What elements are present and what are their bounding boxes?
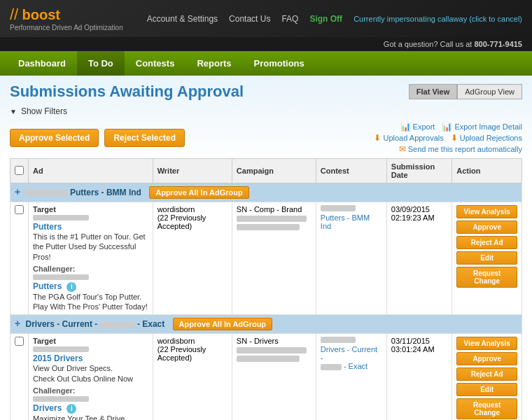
nav-faq[interactable]: FAQ bbox=[281, 14, 298, 24]
action-cell-putters: View Analysis Approve Reject Ad Edit Req… bbox=[452, 202, 522, 315]
info-icon-2[interactable]: i bbox=[66, 404, 76, 414]
logo-slash: // bbox=[10, 6, 18, 23]
impersonate-notice[interactable]: Currently impersonating callaway (click … bbox=[354, 15, 522, 23]
upload-approvals-link[interactable]: ⬇ Upload Approvals bbox=[374, 133, 443, 143]
export-link[interactable]: 📊 Export bbox=[400, 122, 435, 132]
target-label: Target bbox=[33, 205, 148, 214]
export-icon: 📊 bbox=[400, 122, 411, 132]
nav-dashboard[interactable]: Dashboard bbox=[7, 51, 77, 76]
upload-approvals-icon: ⬇ bbox=[374, 133, 381, 143]
ad-desc-1: This is the #1 Putter on Tour. Get bbox=[33, 232, 148, 241]
row-checkbox-cell bbox=[10, 202, 29, 315]
challenger-title-drivers[interactable]: Drivers bbox=[33, 403, 62, 413]
contest-link-drivers[interactable]: Drivers - Current - - Exact bbox=[321, 345, 377, 370]
target-label-2: Target bbox=[33, 337, 148, 345]
select-all-checkbox[interactable] bbox=[15, 166, 24, 175]
row-checkbox[interactable] bbox=[15, 205, 24, 214]
contest-cell-putters: Putters - BMM Ind bbox=[316, 202, 386, 315]
page-title-row: Submissions Awaiting Approval Flat View … bbox=[10, 83, 522, 101]
send-report-label: Send me this report automatically bbox=[408, 145, 522, 153]
redacted-contest bbox=[321, 205, 356, 211]
approve-all-putters-button[interactable]: Approve All In AdGroup bbox=[149, 186, 248, 199]
redacted-campaign-3 bbox=[237, 347, 307, 354]
action-bar: Approve Selected Reject Selected 📊 Expor… bbox=[10, 122, 522, 154]
email-icon: ✉ bbox=[399, 144, 406, 154]
nav-signoff[interactable]: Sign Off bbox=[309, 14, 342, 24]
challenger-label-2: Challenger: bbox=[33, 386, 148, 395]
table-header-row: Ad Writer Campaign Contest Submission Da… bbox=[10, 159, 522, 183]
redacted-group-name bbox=[26, 190, 68, 196]
action-right: 📊 Export 📊 Export Image Detail ⬇ Upload … bbox=[374, 122, 522, 154]
writer-note-2: (22 Previously Accepted) bbox=[158, 345, 227, 362]
reject-ad-button-drivers[interactable]: Reject Ad bbox=[456, 368, 517, 381]
group-expand-icon-putters[interactable]: + bbox=[15, 186, 20, 197]
group-expand-icon-drivers[interactable]: + bbox=[15, 318, 20, 329]
edit-button-putters[interactable]: Edit bbox=[456, 251, 517, 265]
contest-link-putters[interactable]: Putters - BMM Ind bbox=[321, 214, 370, 230]
writer-name: wordisborn bbox=[158, 205, 227, 214]
col-campaign: Campaign bbox=[232, 159, 316, 183]
filter-arrow-icon: ▼ bbox=[10, 108, 17, 115]
challenger-title-putters[interactable]: Putters bbox=[33, 281, 62, 291]
show-filters-label[interactable]: Show Filters bbox=[21, 106, 67, 116]
logo: // boost bbox=[10, 6, 123, 24]
upload-rejections-icon: ⬇ bbox=[451, 133, 458, 143]
challenger-desc-drivers-1: Maximize Your Tee & Drive Times. bbox=[33, 414, 148, 420]
approve-all-drivers-button[interactable]: Approve All In AdGroup bbox=[173, 318, 272, 330]
nav-promotions[interactable]: Promotions bbox=[243, 51, 316, 76]
request-change-button-drivers[interactable]: Request Change bbox=[456, 398, 517, 419]
col-action: Action bbox=[452, 159, 522, 183]
reject-selected-button[interactable]: Reject Selected bbox=[104, 129, 185, 147]
nav-account[interactable]: Account & Settings bbox=[147, 14, 218, 24]
submission-time-2: 03:01:24 AM bbox=[391, 345, 448, 354]
view-analysis-button-putters[interactable]: View Analysis bbox=[456, 205, 517, 218]
info-icon[interactable]: i bbox=[66, 282, 76, 292]
ad-title-putters-target[interactable]: Putters bbox=[33, 222, 62, 232]
nav-contact[interactable]: Contact Us bbox=[229, 14, 270, 24]
nav-contests[interactable]: Contests bbox=[125, 51, 186, 76]
export-links-row: 📊 Export 📊 Export Image Detail bbox=[400, 122, 522, 132]
request-change-button-putters[interactable]: Request Change bbox=[456, 267, 517, 288]
tagline: Performance Driven Ad Optimization bbox=[10, 24, 123, 31]
ad-desc-drivers-2: Check Out Clubs Online Now bbox=[33, 374, 148, 384]
contest-cell-drivers: Drivers - Current - - Exact bbox=[316, 334, 386, 420]
ad-desc-2: the Putter Used by Successful Pros! bbox=[33, 241, 148, 262]
nav-todo[interactable]: To Do bbox=[77, 51, 125, 76]
submission-time: 02:19:23 AM bbox=[391, 214, 448, 222]
table-row: Target 2015 Drivers View Our Driver Spec… bbox=[10, 334, 522, 420]
submission-date: 03/09/2015 bbox=[391, 205, 448, 214]
col-writer: Writer bbox=[153, 159, 232, 183]
logo-text: boost bbox=[22, 7, 60, 22]
redacted-campaign-2 bbox=[237, 224, 300, 230]
approve-selected-button[interactable]: Approve Selected bbox=[10, 129, 99, 147]
col-checkbox bbox=[10, 159, 29, 183]
reject-ad-button-putters[interactable]: Reject Ad bbox=[456, 236, 517, 249]
edit-button-drivers[interactable]: Edit bbox=[456, 383, 517, 396]
challenger-label: Challenger: bbox=[33, 265, 148, 273]
export-image-link[interactable]: 📊 Export Image Detail bbox=[442, 122, 522, 132]
table-row: Target Putters This is the #1 Putter on … bbox=[10, 202, 522, 315]
approve-button-drivers[interactable]: Approve bbox=[456, 352, 517, 365]
ad-title-drivers-target[interactable]: 2015 Drivers bbox=[33, 354, 83, 363]
approve-button-putters[interactable]: Approve bbox=[456, 220, 517, 234]
challenger-url-bar bbox=[33, 274, 89, 280]
upload-links-row: ⬇ Upload Approvals ⬇ Upload Rejections bbox=[374, 133, 522, 143]
ad-url-bar bbox=[33, 215, 89, 220]
adgroup-view-button[interactable]: AdGroup View bbox=[457, 84, 522, 99]
flat-view-button[interactable]: Flat View bbox=[409, 84, 457, 99]
export-image-label: Export Image Detail bbox=[454, 122, 522, 131]
send-report-link[interactable]: ✉ Send me this report automatically bbox=[399, 144, 522, 154]
redacted-contest-2 bbox=[321, 337, 356, 343]
phone-info: Got a question? Call us at 800-771-9415 bbox=[384, 40, 522, 48]
view-analysis-button-drivers[interactable]: View Analysis bbox=[456, 337, 517, 350]
email-row: ✉ Send me this report automatically bbox=[399, 144, 522, 154]
campaign-cell-putters: SN - Comp - Brand bbox=[232, 202, 316, 315]
col-ad: Ad bbox=[29, 159, 153, 183]
nav-reports[interactable]: Reports bbox=[186, 51, 242, 76]
upload-approvals-label: Upload Approvals bbox=[383, 134, 443, 142]
row-checkbox-2[interactable] bbox=[15, 337, 24, 346]
page-title: Submissions Awaiting Approval bbox=[10, 83, 244, 101]
submissions-table: Ad Writer Campaign Contest Submission Da… bbox=[10, 158, 522, 420]
upload-rejections-link[interactable]: ⬇ Upload Rejections bbox=[451, 133, 522, 143]
export-label: Export bbox=[413, 122, 435, 131]
